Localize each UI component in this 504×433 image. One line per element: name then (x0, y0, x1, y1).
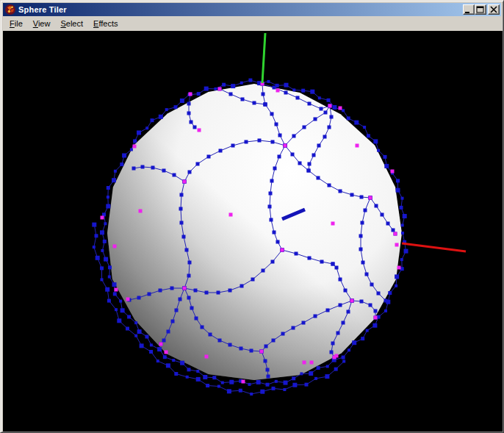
control-point[interactable] (404, 249, 408, 254)
vertex-point[interactable] (310, 361, 314, 365)
control-point[interactable] (334, 368, 338, 371)
control-point[interactable] (330, 351, 334, 354)
control-point[interactable] (145, 335, 149, 339)
control-point[interactable] (284, 91, 288, 95)
control-point[interactable] (372, 323, 377, 328)
control-point[interactable] (195, 317, 198, 321)
control-point[interactable] (120, 308, 125, 312)
control-point[interactable] (120, 162, 123, 166)
vertex-point[interactable] (139, 210, 143, 213)
control-point[interactable] (204, 87, 209, 91)
control-point[interactable] (292, 383, 297, 387)
control-point[interactable] (167, 330, 170, 334)
control-point[interactable] (207, 155, 211, 159)
control-point[interactable] (187, 112, 191, 115)
vertex-point[interactable] (165, 351, 168, 354)
control-point[interactable] (384, 155, 387, 159)
control-point[interactable] (328, 126, 331, 129)
control-point[interactable] (194, 289, 198, 293)
vertex-point[interactable] (397, 266, 401, 270)
control-point[interactable] (227, 389, 231, 393)
control-point[interactable] (151, 166, 155, 170)
control-point[interactable] (275, 123, 278, 126)
control-point[interactable] (222, 83, 226, 87)
vertex-point[interactable] (101, 216, 104, 220)
vertex-point[interactable] (281, 248, 284, 252)
control-point[interactable] (240, 82, 243, 85)
control-point[interactable] (344, 289, 348, 293)
control-point[interactable] (217, 385, 220, 388)
control-point[interactable] (182, 235, 186, 239)
control-point[interactable] (196, 377, 201, 382)
vertex-point[interactable] (395, 243, 399, 247)
viewport-3d[interactable] (3, 31, 503, 432)
control-point[interactable] (126, 327, 129, 331)
control-point[interactable] (108, 276, 111, 279)
control-point[interactable] (93, 246, 96, 248)
control-point[interactable] (273, 231, 276, 235)
title-bar[interactable]: Sphere Tiler (3, 3, 501, 16)
control-point[interactable] (171, 320, 175, 323)
control-point[interactable] (196, 370, 199, 373)
control-point[interactable] (188, 261, 192, 265)
vertex-point[interactable] (133, 145, 137, 148)
control-point[interactable] (101, 249, 104, 252)
control-point[interactable] (157, 347, 162, 351)
control-point[interactable] (381, 213, 384, 217)
control-point[interactable] (324, 111, 328, 115)
control-point[interactable] (332, 105, 336, 110)
control-point[interactable] (291, 153, 295, 157)
control-point[interactable] (250, 393, 253, 396)
control-point[interactable] (170, 287, 174, 290)
control-point[interactable] (107, 299, 111, 303)
control-point[interactable] (115, 308, 118, 311)
control-point[interactable] (302, 321, 306, 325)
control-point[interactable] (396, 188, 400, 193)
control-point[interactable] (370, 283, 374, 287)
control-point[interactable] (141, 165, 145, 169)
control-point[interactable] (162, 339, 166, 343)
vertex-point[interactable] (242, 380, 245, 384)
vertex-point[interactable] (218, 87, 222, 91)
control-point[interactable] (145, 126, 148, 129)
vertex-point[interactable] (356, 144, 359, 148)
control-point[interactable] (185, 248, 189, 252)
control-point[interactable] (231, 84, 235, 88)
control-point[interactable] (106, 204, 110, 209)
control-point[interactable] (401, 232, 404, 235)
control-point[interactable] (241, 98, 245, 101)
control-point[interactable] (292, 88, 295, 91)
vertex-point[interactable] (183, 287, 187, 290)
vertex-point[interactable] (198, 129, 201, 132)
control-point[interactable] (336, 332, 340, 335)
control-point[interactable] (270, 179, 274, 183)
control-point[interactable] (323, 135, 327, 139)
control-point[interactable] (377, 149, 380, 152)
control-point[interactable] (173, 173, 176, 177)
control-point[interactable] (373, 139, 378, 143)
vertex-point[interactable] (189, 93, 192, 96)
control-point[interactable] (187, 368, 191, 371)
control-point[interactable] (317, 366, 320, 370)
control-point[interactable] (292, 376, 295, 380)
control-point[interactable] (350, 193, 354, 197)
control-point[interactable] (229, 93, 233, 96)
control-point[interactable] (134, 321, 137, 324)
control-point[interactable] (326, 309, 330, 312)
control-point[interactable] (100, 230, 104, 235)
control-point[interactable] (361, 337, 364, 340)
control-point[interactable] (180, 221, 184, 225)
control-point[interactable] (186, 376, 189, 379)
vertex-point[interactable] (183, 180, 187, 184)
vertex-point[interactable] (229, 213, 233, 217)
control-point[interactable] (384, 299, 388, 303)
control-point[interactable] (175, 309, 179, 312)
control-point[interactable] (209, 333, 212, 337)
control-point[interactable] (172, 359, 175, 362)
menu-item-effects[interactable]: Effects (88, 18, 123, 29)
control-point[interactable] (392, 229, 395, 232)
control-point[interactable] (196, 162, 200, 166)
control-point[interactable] (217, 291, 220, 295)
control-point[interactable] (359, 248, 363, 251)
control-point[interactable] (117, 318, 121, 323)
